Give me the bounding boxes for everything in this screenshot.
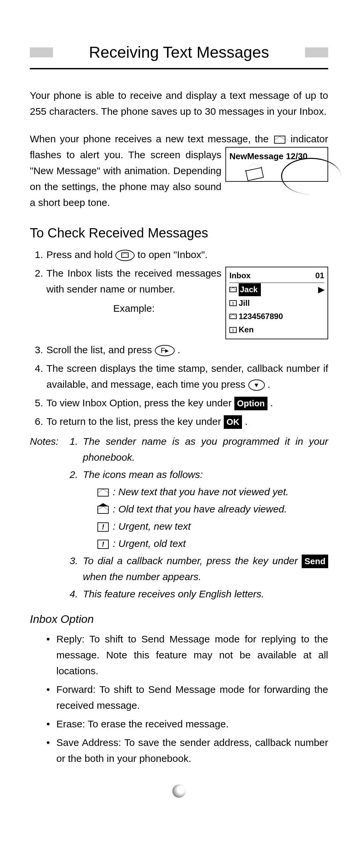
title-underline: [30, 68, 328, 69]
step-6-text-b: .: [245, 416, 248, 427]
icon-legend-4-text: : Urgent, old text: [113, 538, 186, 549]
inbox-item-selected: Jack: [239, 283, 261, 296]
step-5: 5. To view Inbox Option, press the key u…: [46, 395, 328, 411]
note-2: 2.The icons mean as follows: : New text …: [70, 467, 328, 552]
inbox-item: Jill: [239, 297, 250, 309]
envelope-animation-icon: [245, 166, 264, 181]
step-6: 6. To return to the list, press the key …: [46, 413, 328, 430]
arrow-right-icon: ▶: [318, 283, 324, 296]
icon-legend-3-text: : Urgent, new text: [113, 521, 191, 532]
inbox-title: Inbox: [229, 269, 251, 282]
icon-legend-3: : Urgent, new text: [83, 519, 328, 534]
down-key-icon: ▾: [248, 379, 265, 391]
step-4-text-a: The screen displays the time stamp, send…: [46, 363, 328, 390]
forward-label: Forward:: [56, 684, 95, 695]
title-bar: Receiving Text Messages: [30, 40, 328, 65]
option-softkey: Option: [234, 397, 267, 411]
notes-section: Notes: 1.The sender name is as you progr…: [30, 434, 328, 603]
step-1-text-b: to open "Inbox".: [137, 249, 207, 260]
envelope-key-icon: [116, 250, 135, 261]
option-save-address: Save Address: To save the sender address…: [46, 735, 328, 767]
inbox-item: Ken: [239, 323, 254, 336]
step-5-text-a: To view Inbox Option, press the key unde…: [46, 397, 234, 408]
envelope-open-icon: [97, 506, 109, 514]
inbox-count: 01: [315, 269, 324, 282]
section-check-heading: To Check Received Messages: [30, 222, 328, 244]
inbox-row: Ken: [229, 323, 324, 336]
notes-body: 1.The sender name is as you programmed i…: [70, 434, 328, 603]
erase-text: To erase the received message.: [88, 718, 229, 730]
option-reply: Reply: To shift to Send Message mode for…: [46, 631, 328, 679]
intro2-text-a: When your phone receives a new text mess…: [30, 133, 273, 144]
step-3: 3. Scroll the list, and press F▸ .: [46, 342, 328, 358]
step-number: 5.: [30, 395, 43, 411]
inbox-screen: Inbox 01 Jack ▶ Jill 1234567890 Ken: [225, 267, 328, 339]
forward-key-icon: F▸: [155, 345, 175, 356]
note-1-text: The sender name is as you programmed it …: [83, 436, 328, 463]
icon-legend-2: : Old text that you have already viewed.: [83, 501, 328, 517]
inbox-row: Jack ▶: [229, 283, 324, 296]
mini-urgent-icon: [229, 300, 237, 306]
save-address-label: Save Address:: [56, 737, 121, 748]
urgent-new-icon: [97, 522, 109, 532]
notes-label: Notes:: [30, 434, 63, 603]
moon-icon: [172, 784, 186, 798]
step-number: 3.: [30, 342, 43, 358]
mini-urgent-old-icon: [229, 327, 237, 333]
note-3-text-a: To dial a callback number, press the key…: [83, 555, 302, 566]
step-number: 2.: [30, 265, 43, 281]
options-list: Reply: To shift to Send Message mode for…: [30, 631, 328, 767]
inbox-header: Inbox 01: [229, 269, 324, 283]
animation-arc: [281, 158, 341, 194]
page-title: Receiving Text Messages: [89, 40, 269, 65]
send-softkey: Send: [302, 555, 328, 568]
step-number: 6.: [30, 413, 43, 430]
step-1-text-a: Press and hold: [46, 249, 116, 260]
option-forward: Forward: To shift to Send Message mode f…: [46, 682, 328, 713]
step-4: 4. The screen displays the time stamp, s…: [46, 361, 328, 392]
new-message-screen: NewMessage 12/30: [225, 147, 328, 182]
inbox-row: 1234567890: [229, 310, 324, 323]
intro-paragraph-1: Your phone is able to receive and displa…: [30, 88, 328, 119]
step-4-text-b: .: [267, 379, 270, 390]
step-2-text: The Inbox lists the received messages wi…: [46, 268, 221, 294]
mini-envelope-open-icon: [229, 314, 237, 319]
inbox-row: Jill: [229, 297, 324, 310]
step-6-text-a: To return to the list, press the key und…: [46, 416, 224, 427]
mini-envelope-icon: [121, 252, 129, 258]
intro-paragraph-2: When your phone receives a new text mess…: [30, 131, 328, 211]
step-number: 4.: [30, 361, 43, 376]
icon-legend-1: : New text that you have not viewed yet.: [83, 484, 328, 500]
mini-envelope-icon: [229, 287, 237, 292]
step-1: 1. Press and hold to open "Inbox".: [46, 247, 328, 263]
note-3-text-b: when the number appears.: [83, 571, 201, 582]
step-number: 1.: [30, 247, 43, 263]
ok-softkey: OK: [224, 415, 242, 429]
page-footer: [30, 783, 328, 798]
forward-text: To shift to Send Message mode for forwar…: [56, 684, 328, 711]
step-2: 2. Inbox 01 Jack ▶ Jill 1234567890 Ken: [46, 265, 328, 339]
envelope-icon: [274, 136, 285, 144]
icon-legend-2-text: : Old text that you have already viewed.: [113, 503, 287, 515]
title-decoration-right: [305, 48, 328, 57]
option-erase: Erase: To erase the received message.: [46, 716, 328, 732]
steps-list: 1. Press and hold to open "Inbox". 2. In…: [30, 247, 328, 430]
icon-legend-4: : Urgent, old text: [83, 536, 328, 552]
reply-label: Reply:: [56, 633, 85, 645]
note-4: 4.This feature receives only English let…: [70, 586, 328, 602]
step-5-text-b: .: [270, 397, 273, 408]
urgent-old-icon: [97, 540, 109, 549]
reply-text: To shift to Send Message mode for replyi…: [56, 633, 328, 676]
erase-label: Erase:: [56, 718, 85, 730]
title-decoration-left: [30, 48, 53, 57]
new-message-header: NewMessage 12/30: [229, 151, 307, 161]
note-1: 1.The sender name is as you programmed i…: [70, 434, 328, 465]
step-3-text-b: .: [178, 344, 180, 355]
inbox-option-heading: Inbox Option: [30, 610, 328, 628]
icon-legend-1-text: : New text that you have not viewed yet.: [113, 486, 288, 497]
note-2-text: The icons mean as follows:: [83, 469, 203, 480]
inbox-item: 1234567890: [239, 310, 283, 323]
note-4-text: This feature receives only English lette…: [83, 588, 264, 599]
note-3: 3.To dial a callback number, press the k…: [70, 553, 328, 585]
step-3-text-a: Scroll the list, and press: [46, 344, 155, 355]
